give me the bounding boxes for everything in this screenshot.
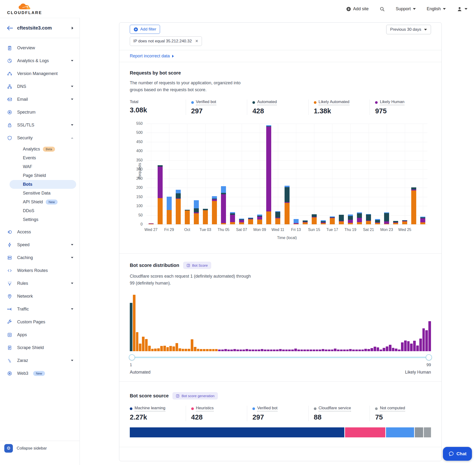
account-menu[interactable] — [457, 6, 467, 12]
histogram-bar — [416, 346, 419, 351]
stat-label[interactable]: Verified bot — [196, 100, 216, 105]
sidebar-item-web3[interactable]: Web3New — [0, 367, 80, 380]
stat-label[interactable]: Heuristics — [196, 406, 214, 412]
report-incorrect-data-link[interactable]: Report incorrect data — [130, 53, 174, 59]
bot-score-generation-docs-pill[interactable]: Bot score generation — [172, 392, 218, 400]
sidebar-item-zaraz[interactable]: Zaraz — [0, 354, 80, 367]
histogram-bar — [309, 349, 312, 351]
gridline — [151, 124, 151, 224]
pill-label: Bot score generation — [181, 394, 214, 398]
sidebar-item-speed[interactable]: Speed — [0, 238, 80, 251]
sidebar-item-api-shield[interactable]: API ShieldNew — [0, 198, 80, 206]
support-menu[interactable]: Support — [396, 6, 416, 11]
histogram-bar — [377, 347, 379, 351]
chat-button[interactable]: Chat — [443, 447, 472, 461]
sidebar-item-label: Apps — [17, 332, 27, 337]
bar-stack — [357, 212, 362, 224]
bar-segment-likely-automated — [294, 224, 299, 224]
site-switcher[interactable]: cftestsite3.com — [0, 18, 80, 38]
sidebar-item-scrape-shield[interactable]: Scrape Shield — [0, 341, 80, 354]
histogram-bar — [240, 349, 242, 351]
stat-label[interactable]: Likely Automated — [319, 100, 349, 105]
requests-stat-total: Total3.08k — [130, 100, 186, 115]
bar-segment-likely-human — [239, 220, 244, 222]
sidebar-item-spectrum[interactable]: Spectrum — [0, 106, 80, 119]
sidebar-item-dns[interactable]: DNS — [0, 80, 80, 93]
histogram-bar — [331, 349, 334, 351]
sidebar-item-network[interactable]: Network — [0, 290, 80, 303]
sidebar-item-traffic[interactable]: Traffic — [0, 303, 80, 316]
stat-value: 3.08k — [130, 106, 186, 114]
bar-segment-likely-human — [348, 220, 353, 223]
sidebar-item-settings[interactable]: Settings — [0, 215, 80, 224]
sidebar-item-waf[interactable]: WAF — [0, 162, 80, 171]
bar-stack — [420, 217, 425, 224]
sidebar-item-version-management[interactable]: Version Management — [0, 67, 80, 80]
sidebar-item-custom-pages[interactable]: Custom Pages — [0, 316, 80, 328]
bolt-icon — [7, 242, 12, 248]
language-menu[interactable]: English — [427, 6, 446, 11]
next-section-stub — [119, 447, 442, 461]
histogram-bar — [182, 349, 184, 351]
histogram-bar — [157, 348, 160, 351]
bot-score-histogram[interactable] — [130, 295, 431, 351]
histogram-bar — [395, 349, 397, 351]
stat-label[interactable]: Verified bot — [257, 406, 277, 412]
back-arrow-icon[interactable] — [7, 25, 13, 31]
sidebar-item-analytics[interactable]: AnalyticsBeta — [0, 145, 80, 154]
histogram-bar — [179, 348, 181, 351]
sidebar-item-apps[interactable]: Apps — [0, 328, 80, 341]
sidebar-item-security[interactable]: Security — [0, 131, 80, 144]
legend-dot — [375, 101, 378, 104]
sidebar-item-ssl-tls[interactable]: SSL/TLS — [0, 119, 80, 131]
sidebar-item-overview[interactable]: Overview — [0, 42, 80, 54]
stat-label[interactable]: Cloudflare service — [319, 406, 351, 412]
sidebar-item-events[interactable]: Events — [0, 154, 80, 162]
sidebar-item-page-shield[interactable]: Page Shield — [0, 171, 80, 180]
sidebar-item-ddos[interactable]: DDoS — [0, 206, 80, 215]
bar-segment-likely-automated — [239, 222, 244, 224]
bar-segment-likely-human — [230, 215, 235, 222]
histogram-bar — [401, 342, 404, 351]
add-filter-button[interactable]: Add filter — [130, 25, 160, 34]
dns-icon — [7, 84, 12, 89]
slider-track[interactable] — [130, 357, 431, 358]
filter-chip[interactable]: IP does not equal 35.212.240.32 ✕ — [130, 36, 202, 46]
bar-segment-likely-automated — [366, 221, 371, 224]
stat-label[interactable]: Automated — [257, 100, 277, 105]
date-range-dropdown[interactable]: Previous 30 days — [386, 25, 431, 34]
bar-segment-automated — [411, 187, 416, 190]
close-icon[interactable]: ✕ — [195, 39, 198, 43]
stat-label[interactable]: Not computed — [380, 406, 405, 412]
bar-stack — [257, 214, 262, 224]
cloudflare-logo[interactable]: CLOUDFLARE — [7, 3, 42, 15]
histogram-bar — [203, 349, 205, 351]
sidebar-item-sensitive-data[interactable]: Sensitive Data — [0, 189, 80, 198]
pill-label: Bot Score — [192, 263, 208, 267]
collapse-sidebar-button[interactable]: ⚙ Collapse sidebar — [0, 441, 80, 455]
source-stacked-bar[interactable] — [130, 427, 431, 437]
sidebar-item-bots[interactable]: Bots — [10, 180, 76, 189]
bot-score-docs-pill[interactable]: Bot Score — [183, 262, 211, 269]
section-title: Requests by bot score — [130, 70, 181, 76]
slider-handle-max[interactable] — [426, 354, 432, 360]
search-icon[interactable] — [380, 6, 385, 12]
gear-icon[interactable]: ⚙ — [4, 444, 13, 453]
cache-icon — [7, 255, 12, 261]
add-site-button[interactable]: Add site — [346, 6, 369, 11]
sidebar-item-workers-routes[interactable]: Workers Routes — [0, 264, 80, 277]
sidebar-item-caching[interactable]: Caching — [0, 251, 80, 264]
stat-label[interactable]: Machine learning — [135, 406, 165, 412]
sidebar-item-access[interactable]: Access — [0, 225, 80, 238]
histogram-bar — [337, 349, 339, 351]
stat-label[interactable]: Likely Human — [380, 100, 404, 105]
sidebar-item-analytics-logs[interactable]: Analytics & Logs — [0, 54, 80, 67]
sidebar-item-label: DDoS — [23, 208, 34, 213]
sidebar-item-rules[interactable]: Rules — [0, 277, 80, 290]
histogram-bar — [367, 349, 370, 351]
slider-handle-min[interactable] — [129, 354, 135, 360]
histogram-bar — [325, 349, 328, 351]
x-tick-label: Wed 27 — [145, 228, 158, 232]
requests-chart-plot[interactable]: 050100150200250300350400450500550Wed 27F… — [147, 124, 427, 224]
sidebar-item-email[interactable]: Email — [0, 93, 80, 106]
